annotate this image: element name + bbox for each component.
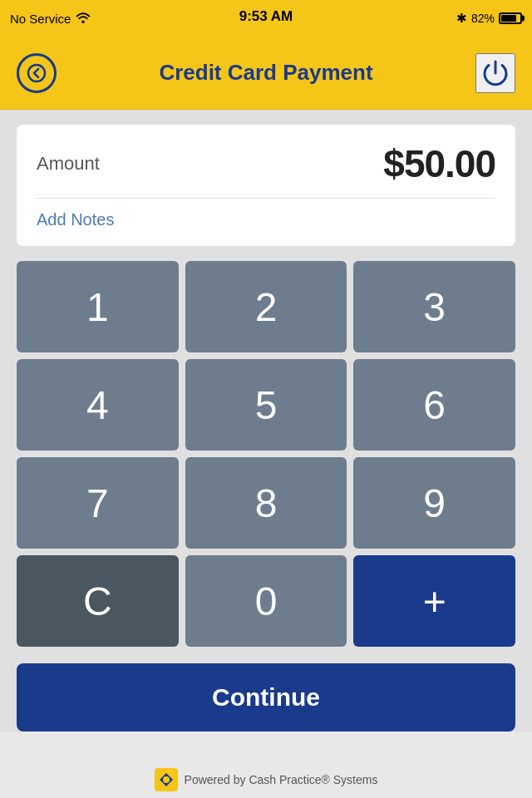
power-button[interactable] — [475, 53, 515, 93]
status-time: 9:53 AM — [239, 8, 293, 25]
key-plus[interactable]: + — [353, 555, 515, 647]
amount-value: $50.00 — [383, 141, 495, 186]
amount-card: Amount $50.00 Add Notes — [17, 125, 515, 246]
key-8[interactable]: 8 — [185, 457, 347, 549]
svg-point-0 — [28, 65, 45, 81]
key-3[interactable]: 3 — [353, 261, 515, 352]
amount-label: Amount — [37, 153, 100, 175]
status-left: No Service — [10, 12, 91, 26]
footer-logo-icon — [155, 768, 178, 791]
footer-text: Powered by Cash Practice® Systems — [185, 773, 378, 786]
status-bar: No Service 9:53 AM ✱ 82% — [0, 0, 532, 37]
battery-icon — [499, 12, 522, 24]
key-0[interactable]: 0 — [185, 555, 347, 647]
key-c[interactable]: C — [17, 555, 179, 647]
main-content: Amount $50.00 Add Notes 123456789C0+ Con… — [0, 110, 532, 732]
back-button[interactable] — [17, 53, 57, 93]
status-right: ✱ 82% — [456, 11, 522, 26]
key-7[interactable]: 7 — [17, 457, 179, 549]
battery-percent: 82% — [471, 12, 495, 25]
key-1[interactable]: 1 — [17, 261, 179, 352]
amount-divider — [37, 198, 495, 199]
page-title: Credit Card Payment — [57, 60, 475, 86]
key-4[interactable]: 4 — [17, 359, 179, 451]
key-2[interactable]: 2 — [185, 261, 347, 352]
continue-button[interactable]: Continue — [17, 663, 515, 732]
svg-point-2 — [163, 776, 170, 783]
wifi-icon — [76, 12, 91, 26]
key-6[interactable]: 6 — [353, 359, 515, 451]
key-9[interactable]: 9 — [353, 457, 515, 549]
key-5[interactable]: 5 — [185, 359, 347, 451]
amount-row: Amount $50.00 — [37, 141, 495, 186]
bluetooth-icon: ✱ — [456, 11, 467, 26]
add-notes-button[interactable]: Add Notes — [37, 210, 114, 229]
keypad: 123456789C0+ — [17, 261, 515, 647]
carrier-label: No Service — [10, 12, 71, 26]
header: Credit Card Payment — [0, 37, 532, 110]
footer: Powered by Cash Practice® Systems — [0, 761, 532, 798]
